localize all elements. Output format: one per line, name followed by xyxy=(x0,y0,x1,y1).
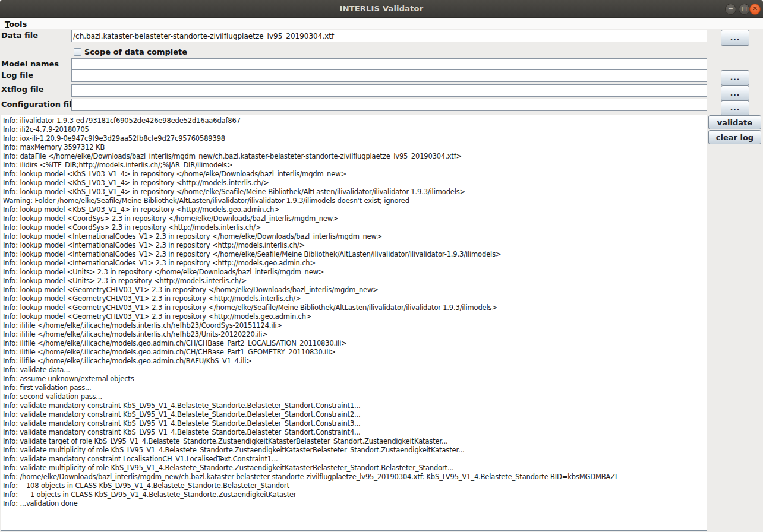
close-icon: ✕ xyxy=(752,5,758,12)
titlebar: INTERLIS Validator ─ ◻ ✕ xyxy=(0,0,763,18)
log-line: Info: lookup model <GeometryCHLV03_V1> 2… xyxy=(3,294,707,303)
log-line: Info: assume unknown/external objects xyxy=(3,375,707,384)
minimize-icon: ─ xyxy=(729,5,733,12)
model-names-label: Model names xyxy=(1,59,59,68)
log-line: Info: ilidirs <%ITF_DIR;http://models.in… xyxy=(3,161,707,170)
data-file-input[interactable] xyxy=(71,30,707,42)
close-button[interactable]: ✕ xyxy=(749,4,761,15)
log-line: Info: lookup model <Units> 2.3 in reposi… xyxy=(3,277,707,286)
log-line: Info: lookup model <CoordSys> 2.3 in rep… xyxy=(3,214,707,223)
log-file-browse-button[interactable]: ... xyxy=(721,70,749,86)
log-line: Info: lookup model <InternationalCodes_V… xyxy=(3,232,707,241)
log-line: Info: lookup model <GeometryCHLV03_V1> 2… xyxy=(3,286,707,294)
log-line: Info: ilifile </home/elke/.ilicache/mode… xyxy=(3,321,707,330)
xtflog-file-browse-button[interactable]: ... xyxy=(721,86,749,101)
scope-checkbox-label: Scope of data complete xyxy=(84,48,187,56)
log-file-input[interactable] xyxy=(71,69,707,82)
log-line: Info: lookup model <CoordSys> 2.3 in rep… xyxy=(3,223,707,232)
app-window: INTERLIS Validator ─ ◻ ✕ Tools Data file… xyxy=(0,0,763,532)
log-line: Info: lookup model <InternationalCodes_V… xyxy=(3,241,707,250)
log-line: Info: lookup model <Units> 2.3 in reposi… xyxy=(3,268,707,277)
log-line: Info: lookup model <GeometryCHLV03_V1> 2… xyxy=(3,312,707,321)
log-file-label: Log file xyxy=(1,71,33,80)
window-title: INTERLIS Validator xyxy=(0,4,763,13)
model-names-input[interactable] xyxy=(71,58,707,71)
config-file-label: Configuration file xyxy=(1,100,77,109)
log-line: Info: 108 objects in CLASS KbS_LV95_V1_4… xyxy=(3,482,707,490)
log-line: Info: lookup model <KbS_LV03_V1_4> in re… xyxy=(3,188,707,197)
config-file-browse-button[interactable]: ... xyxy=(721,100,749,116)
maximize-icon: ◻ xyxy=(742,5,747,12)
log-line: Info: validate mandatory constraint KbS_… xyxy=(3,419,707,428)
log-line: Info: lookup model <InternationalCodes_V… xyxy=(3,250,707,259)
log-line: Info: ...validation done xyxy=(3,499,707,508)
log-line: Info: ili2c-4.7.9-20180705 xyxy=(3,125,707,134)
log-line: Info: first validation pass... xyxy=(3,384,707,392)
log-line: Info: lookup model <KbS_LV03_V1_4> in re… xyxy=(3,170,707,179)
log-line: Info: ilifile </home/elke/.ilicache/mode… xyxy=(3,330,707,339)
maximize-button[interactable]: ◻ xyxy=(739,4,750,15)
validate-button[interactable]: validate xyxy=(708,115,761,129)
log-line: Info: second validation pass... xyxy=(3,392,707,401)
menubar: Tools xyxy=(0,18,763,29)
scope-checkbox[interactable] xyxy=(74,48,81,56)
log-line: Warning: Folder /home/elke/Seafile/Meine… xyxy=(3,197,707,205)
data-file-browse-button[interactable]: ... xyxy=(721,30,749,46)
log-line: Info: ilifile </home/elke/.ilicache/mode… xyxy=(3,348,707,357)
config-file-input[interactable] xyxy=(71,99,707,111)
log-line: Info: /home/elke/Downloads/bazl_interlis… xyxy=(3,473,707,482)
data-file-label: Data file xyxy=(1,31,38,40)
log-output[interactable]: Info: ilivalidator-1.9.3-ed793181cf69052… xyxy=(1,115,707,531)
log-line: Info: validate target of role KbS_LV95_V… xyxy=(3,437,707,446)
log-line: Info: ilifile </home/elke/.ilicache/mode… xyxy=(3,357,707,366)
log-line: Info: dataFile </home/elke/Downloads/baz… xyxy=(3,152,707,161)
log-line: Info: validate mandatory constraint KbS_… xyxy=(3,401,707,410)
log-line: Info: ilifile </home/elke/.ilicache/mode… xyxy=(3,339,707,348)
log-line: Info: iox-ili-1.20.9-0e947c9f9e3d29aa52f… xyxy=(3,134,707,143)
log-line: Info: lookup model <InternationalCodes_V… xyxy=(3,259,707,268)
xtflog-file-label: Xtflog file xyxy=(1,85,44,94)
log-line: Info: ilivalidator-1.9.3-ed793181cf69052… xyxy=(3,116,707,125)
minimize-button[interactable]: ─ xyxy=(725,4,736,15)
log-line: Info: validate mandatory constraint KbS_… xyxy=(3,410,707,419)
clear-log-button[interactable]: clear log xyxy=(708,130,761,144)
log-line: Info: validate multiplicity of role KbS_… xyxy=(3,464,707,473)
menu-tools-label-rest: ools xyxy=(9,20,27,28)
log-line: Info: validate data... xyxy=(3,366,707,375)
log-line: Info: validate multiplicity of role KbS_… xyxy=(3,446,707,455)
log-line: Info: lookup model <KbS_LV03_V1_4> in re… xyxy=(3,179,707,188)
log-line: Info: maxMemory 3597312 KB xyxy=(3,143,707,152)
log-line: Info: validate mandatory constraint Loca… xyxy=(3,455,707,464)
log-line: Info: validate mandatory constraint KbS_… xyxy=(3,428,707,437)
menu-tools[interactable]: Tools xyxy=(0,18,31,28)
log-line: Info: lookup model <GeometryCHLV03_V1> 2… xyxy=(3,303,707,312)
log-line: Info: lookup model <KbS_LV03_V1_4> in re… xyxy=(3,205,707,214)
xtflog-file-input[interactable] xyxy=(71,84,707,97)
log-line: Info: 1 objects in CLASS KbS_LV95_V1_4.B… xyxy=(3,490,707,499)
